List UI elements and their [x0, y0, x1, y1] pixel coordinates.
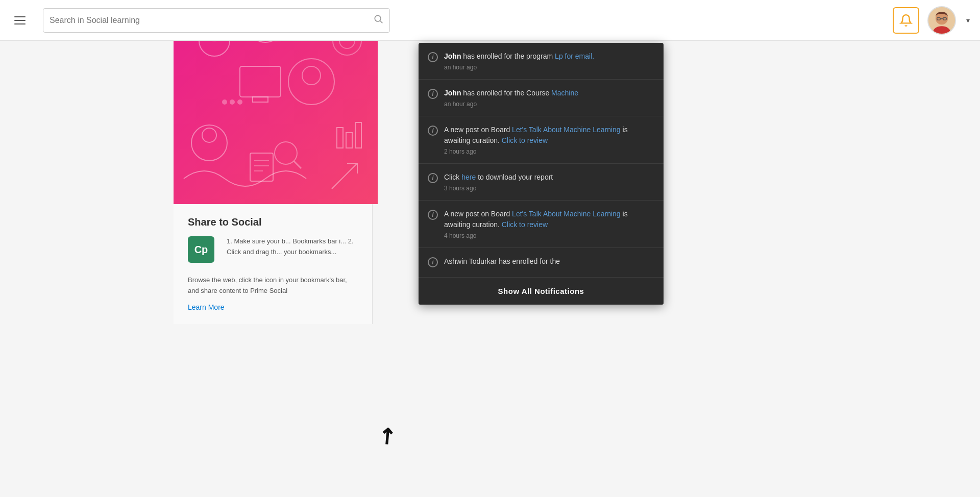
- notification-item[interactable]: i Ashwin Todurkar has enrolled for the: [419, 248, 664, 277]
- share-description: Browse the web, click the icon in your b…: [188, 275, 358, 296]
- notification-text: John has enrolled for the Course Machine: [444, 88, 654, 98]
- notification-content: Ashwin Todurkar has enrolled for the: [444, 256, 654, 269]
- info-icon: i: [428, 126, 438, 136]
- menu-button[interactable]: [10, 12, 30, 29]
- share-inner: Cp ↗ 1. Make sure your b... Bookmarks ba…: [188, 236, 358, 267]
- svg-rect-24: [346, 133, 352, 148]
- notification-text: A new post on Board Let's Talk About Mac…: [444, 125, 654, 146]
- svg-point-20: [237, 100, 242, 105]
- svg-point-26: [275, 142, 297, 164]
- info-icon: i: [428, 52, 438, 62]
- notification-link[interactable]: Machine: [551, 89, 578, 97]
- notification-time: an hour ago: [444, 101, 654, 108]
- notification-item[interactable]: i Click here to download your report 3 h…: [419, 164, 664, 201]
- notification-link-review[interactable]: Click to review: [502, 136, 548, 144]
- info-icon: i: [428, 89, 438, 99]
- notification-content: A new post on Board Let's Talk About Mac…: [444, 125, 654, 155]
- notification-content: John has enrolled for the Course Machine…: [444, 88, 654, 108]
- svg-rect-14: [240, 66, 281, 97]
- learn-more-link[interactable]: Learn More: [188, 303, 225, 311]
- search-icon: [373, 14, 383, 27]
- notification-link[interactable]: here: [461, 173, 476, 181]
- avatar: [928, 6, 955, 35]
- chevron-down-icon[interactable]: ▾: [966, 16, 970, 24]
- notification-content: Click here to download your report 3 hou…: [444, 172, 654, 192]
- svg-line-27: [294, 161, 301, 168]
- svg-point-18: [222, 100, 227, 105]
- notification-text: A new post on Board Let's Talk About Mac…: [444, 209, 654, 230]
- search-bar: [43, 8, 390, 33]
- info-icon: i: [428, 210, 438, 220]
- notification-item[interactable]: i John has enrolled for the program Lp f…: [419, 43, 664, 80]
- svg-point-16: [288, 59, 334, 105]
- notification-time: an hour ago: [444, 64, 654, 71]
- notification-dropdown: i John has enrolled for the program Lp f…: [419, 43, 664, 305]
- notification-text: Click here to download your report: [444, 172, 654, 183]
- header: ▾: [0, 0, 980, 41]
- notification-link[interactable]: Let's Talk About Machine Learning: [512, 126, 621, 134]
- notification-item[interactable]: i A new post on Board Let's Talk About M…: [419, 116, 664, 164]
- svg-line-1: [380, 21, 383, 23]
- user-avatar-button[interactable]: [927, 6, 956, 35]
- svg-point-17: [302, 66, 321, 85]
- svg-rect-23: [337, 128, 343, 148]
- notification-link[interactable]: Lp for email.: [555, 52, 594, 60]
- svg-rect-15: [253, 97, 268, 102]
- show-all-notifications-button[interactable]: Show All Notifications: [419, 277, 664, 305]
- notification-link-review[interactable]: Click to review: [502, 220, 548, 229]
- notification-content: John has enrolled for the program Lp for…: [444, 51, 654, 71]
- notification-time: 4 hours ago: [444, 232, 654, 239]
- search-input[interactable]: [50, 16, 373, 25]
- svg-rect-25: [355, 122, 361, 148]
- svg-rect-28: [250, 153, 273, 181]
- share-panel: Share to Social Cp ↗ 1. Make sure your b…: [174, 204, 373, 324]
- share-panel-title: Share to Social: [188, 216, 358, 228]
- cp-app-icon: Cp: [188, 236, 214, 263]
- svg-point-19: [230, 100, 235, 105]
- notification-bell-button[interactable]: [893, 7, 919, 34]
- notification-link[interactable]: Let's Talk About Machine Learning: [512, 210, 621, 218]
- share-steps-text: 1. Make sure your b... Bookmarks bar i..…: [227, 236, 358, 258]
- bell-icon: [899, 14, 913, 27]
- notification-item[interactable]: i A new post on Board Let's Talk About M…: [419, 201, 664, 248]
- notification-text: John has enrolled for the program Lp for…: [444, 51, 654, 62]
- notification-text: Ashwin Todurkar has enrolled for the: [444, 256, 654, 267]
- info-icon: i: [428, 173, 438, 183]
- notification-time: 2 hours ago: [444, 148, 654, 155]
- info-icon: i: [428, 257, 438, 267]
- notification-content: A new post on Board Let's Talk About Mac…: [444, 209, 654, 239]
- notification-item[interactable]: i John has enrolled for the Course Machi…: [419, 80, 664, 116]
- svg-point-0: [375, 15, 381, 21]
- notification-time: 3 hours ago: [444, 185, 654, 192]
- notification-list: i John has enrolled for the program Lp f…: [419, 43, 664, 277]
- svg-point-22: [202, 128, 216, 142]
- share-arrow-icon: ↗: [372, 420, 401, 451]
